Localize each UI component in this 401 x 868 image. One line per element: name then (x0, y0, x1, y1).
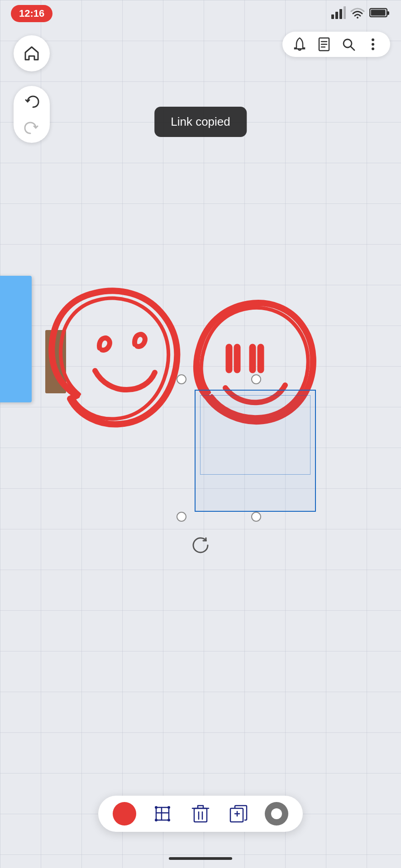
svg-rect-2 (339, 9, 342, 19)
svg-rect-17 (156, 807, 169, 820)
selection-inner (200, 395, 310, 475)
sticky-note-blue[interactable] (0, 276, 32, 402)
toast-notification: Link copied (154, 107, 247, 137)
status-icons (331, 6, 390, 21)
svg-point-20 (155, 806, 158, 809)
notes-button[interactable] (316, 36, 332, 52)
toast-text: Link copied (171, 115, 230, 128)
status-time: 12:16 (11, 5, 53, 22)
record-button[interactable] (113, 802, 136, 826)
svg-line-13 (351, 47, 354, 50)
notifications-button[interactable] (291, 36, 308, 52)
svg-rect-0 (331, 14, 334, 19)
search-button[interactable] (340, 36, 357, 52)
svg-rect-6 (387, 11, 389, 15)
selection-box (195, 390, 316, 512)
svg-point-14 (372, 38, 374, 41)
selection-handle-bottom-left[interactable] (177, 512, 186, 522)
battery-icon (369, 7, 390, 20)
svg-point-23 (167, 819, 170, 821)
selection-handle-top-left[interactable] (177, 374, 186, 384)
svg-point-16 (372, 47, 374, 50)
home-indicator (169, 857, 232, 860)
home-icon (23, 44, 41, 62)
svg-rect-3 (344, 6, 346, 19)
selection-handle-bottom-right[interactable] (251, 512, 261, 522)
svg-point-15 (372, 43, 374, 46)
wifi-icon (350, 7, 365, 20)
svg-rect-24 (194, 808, 207, 822)
select-button[interactable] (151, 802, 174, 826)
more-options-button[interactable] (365, 36, 381, 52)
refresh-spinner[interactable] (191, 535, 210, 559)
sticky-note-brown[interactable] (45, 330, 66, 393)
selection-handle-top-right[interactable] (251, 374, 261, 384)
delete-button[interactable] (189, 802, 212, 826)
status-bar: 12:16 (0, 0, 401, 27)
duplicate-button[interactable] (227, 802, 250, 826)
home-button[interactable] (14, 35, 50, 71)
svg-rect-1 (335, 12, 338, 19)
svg-point-30 (271, 808, 282, 819)
svg-point-22 (155, 819, 158, 821)
svg-rect-7 (371, 10, 386, 16)
pen-button[interactable] (265, 802, 288, 826)
undo-button[interactable] (23, 92, 41, 110)
signal-icon (331, 6, 346, 21)
undo-redo-panel (14, 86, 50, 143)
svg-point-4 (357, 17, 358, 19)
redo-button[interactable] (23, 118, 41, 137)
bottom-toolbar (98, 796, 303, 832)
top-toolbar (282, 32, 390, 57)
svg-point-21 (167, 806, 170, 809)
